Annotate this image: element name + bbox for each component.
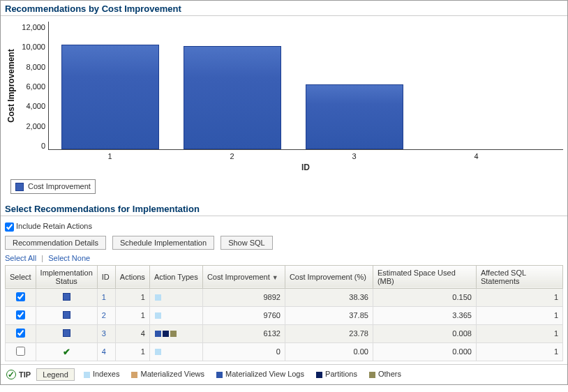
tip-label: TIP [19,370,31,379]
mvl-icon [155,331,161,337]
chart-bar [61,45,159,149]
sort-desc-icon: ▼ [272,274,278,281]
table-row: 11989238.360.1501 [6,288,563,306]
col-id[interactable]: ID [97,265,115,288]
chart-xtick: 3 [306,152,403,160]
row-action-types [149,324,202,342]
row-id-link[interactable]: 3 [102,329,106,338]
recommendations-table: Select Implementation Status ID Actions … [5,265,563,361]
row-select-checkbox[interactable] [16,347,25,356]
col-action-types[interactable]: Action Types [149,265,202,288]
oth-swatch [369,372,375,378]
mvl-swatch [216,372,223,378]
chart-panel: Cost Improvement 12,00010,0008,0006,0004… [1,17,567,201]
row-action-types [149,342,202,361]
include-retain-label: Include Retain Actions [16,222,92,230]
row-cost: 0 [202,342,285,361]
chart-area: Cost Improvement 12,00010,0008,0006,0004… [5,17,563,150]
mv-swatch [131,372,137,378]
status-pending-icon [63,311,70,319]
table-row: 21976037.853.3651 [6,306,563,324]
section2-title: Select Recommendations for Implementatio… [1,201,567,216]
row-select-checkbox[interactable] [16,329,25,338]
chart-xtick: 4 [428,152,525,160]
row-cost: 9760 [202,306,285,324]
part-swatch [316,372,322,378]
chart-yaxis: 12,00010,0008,0006,0004,0002,0000 [17,22,48,150]
col-cost-imp-pct[interactable]: Cost Improvement (%) [285,265,373,288]
row-select-checkbox[interactable] [16,292,25,301]
row-actions: 1 [115,288,149,306]
chart-ylabel: Cost Improvement [6,49,16,122]
indexes-swatch [84,372,90,378]
row-select-checkbox[interactable] [16,310,25,319]
row-space: 0.008 [373,324,476,342]
row-id-link[interactable]: 4 [102,347,106,356]
col-select[interactable]: Select [6,265,36,288]
row-space: 0.000 [373,342,476,361]
chart-xtick: 1 [61,152,159,160]
row-actions: 4 [115,324,149,342]
idx-icon [155,349,161,355]
col-affected[interactable]: Affected SQL Statements [476,265,562,288]
recommendation-details-button[interactable]: Recommendation Details [5,236,106,250]
chart-bar [184,46,281,149]
row-id-link[interactable]: 1 [102,293,106,301]
oth-icon [170,331,177,337]
status-pending-icon [63,293,70,301]
row-space: 3.365 [373,306,476,324]
row-id-link[interactable]: 2 [102,311,106,319]
row-actions: 1 [115,306,149,324]
chart-xtick: 2 [184,152,281,160]
row-pct: 37.85 [285,306,373,324]
row-affected: 1 [476,342,562,361]
select-none-link[interactable]: Select None [48,254,90,262]
col-cost-imp[interactable]: Cost Improvement▼ [202,265,285,288]
row-pct: 23.78 [285,324,373,342]
row-action-types [149,288,202,306]
row-pct: 0.00 [285,342,373,361]
show-sql-button[interactable]: Show SQL [221,236,273,250]
row-actions: 1 [115,342,149,361]
chart-bar [306,84,403,149]
row-cost: 9892 [202,288,285,306]
idx-icon [155,312,161,319]
schedule-implementation-button[interactable]: Schedule Implementation [112,236,214,250]
tip-icon: ✓ [6,370,16,379]
select-all-link[interactable]: Select All [5,254,36,262]
row-action-types [149,306,202,324]
col-actions[interactable]: Actions [115,265,149,288]
row-pct: 38.36 [285,288,373,306]
include-retain-checkbox[interactable] [5,223,14,232]
chart-legend-label: Cost Improvement [28,182,91,190]
row-space: 0.150 [373,288,476,306]
status-pending-icon [63,329,70,337]
cost-improvement-swatch [15,183,24,191]
row-affected: 1 [476,306,562,324]
part-icon [163,331,169,337]
col-space[interactable]: Estimated Space Used (MB) [373,265,476,288]
status-done-icon: ✔ [63,347,70,357]
row-cost: 6132 [202,324,285,342]
row-affected: 1 [476,324,562,342]
row-affected: 1 [476,288,562,306]
chart-title: Recommendations by Cost Improvement [1,1,567,16]
chart-legend: Cost Improvement [10,179,96,194]
idx-icon [155,294,161,301]
table-row: 34613223.780.0081 [6,324,563,342]
tip-row: ✓ TIP Legend Indexes Materialized Views … [1,364,567,384]
legend-button[interactable]: Legend [36,368,75,381]
table-row: ✔4100.000.0001 [6,342,563,361]
chart-plot: 1234 [48,22,563,150]
col-impl-status[interactable]: Implementation Status [36,265,97,288]
